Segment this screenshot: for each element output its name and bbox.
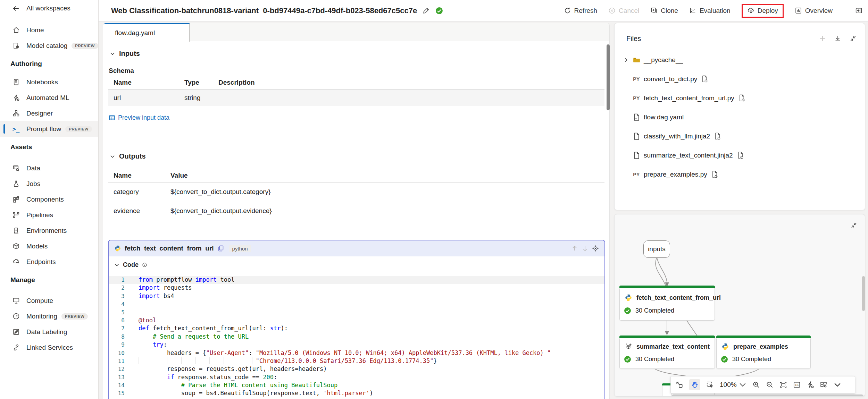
back-to-workspaces[interactable]: All workspaces (0, 0, 98, 17)
graph-node-summarize-text-content[interactable]: summarize_text_content 30 Completed (619, 338, 715, 369)
llm-icon (625, 343, 632, 350)
overview-button[interactable]: Overview (795, 7, 833, 15)
cell-name: category (114, 188, 139, 196)
chevron-right-icon[interactable] (621, 58, 631, 62)
outputs-row-category[interactable]: category ${convert_to_dict.output.catego… (108, 184, 604, 200)
graph-node-prepare-examples[interactable]: prepare_examples 30 Completed (716, 338, 811, 369)
file-sync-icon (737, 152, 744, 159)
file-row-flow-dag-yaml[interactable]: flow.dag.yaml (615, 108, 865, 127)
model-catalog-icon (12, 42, 20, 50)
python-file-icon: PY (631, 172, 642, 177)
inputs-section-header[interactable]: Inputs (110, 50, 140, 58)
sidebar-item-environments[interactable]: Environments (0, 223, 98, 238)
actual-size-icon[interactable]: 1:1 (793, 381, 801, 389)
collapse-panel-icon[interactable] (850, 35, 857, 42)
graph-node-inputs[interactable]: inputs (643, 240, 670, 258)
pan-tool-active[interactable] (689, 379, 700, 390)
select-tool-icon[interactable] (706, 381, 714, 389)
chevron-down-icon[interactable] (834, 381, 841, 389)
code-card-header[interactable]: fetch_text_content_from_url python (109, 240, 604, 256)
file-row-fetch-text-content[interactable]: PY fetch_text_content_from_url.py (615, 88, 865, 108)
sidebar-item-models[interactable]: Models (0, 238, 98, 254)
inputs-row-url[interactable]: url string (108, 90, 604, 106)
graph-vertical-scrollbar[interactable] (862, 276, 865, 311)
preview-link-label: Preview input data (118, 114, 169, 121)
hand-icon (691, 381, 699, 389)
preview-input-data-link[interactable]: Preview input data (109, 114, 169, 121)
sidebar-item-label: Home (26, 26, 44, 34)
sidebar-item-prompt-flow[interactable]: >_ Prompt flow PREVIEW (0, 121, 98, 137)
file-row-pycache[interactable]: __pycache__ (615, 50, 865, 69)
preview-badge: PREVIEW (61, 313, 88, 320)
sidebar-item-label: Monitoring (26, 313, 57, 320)
code-section-header[interactable]: Code (114, 261, 147, 269)
file-sync-icon (714, 133, 721, 140)
clone-button[interactable]: Clone (650, 7, 678, 15)
file-row-prepare-examples[interactable]: PY prepare_examples.py (615, 165, 865, 184)
move-up-icon[interactable] (571, 245, 578, 252)
outputs-section-header[interactable]: Outputs (110, 152, 146, 160)
download-icon[interactable] (834, 35, 841, 42)
sidebar-item-designer[interactable]: Designer (0, 105, 98, 121)
cell-name: url (114, 94, 121, 102)
file-name: fetch_text_content_from_url.py (644, 94, 734, 102)
main-vertical-scrollbar[interactable] (607, 44, 610, 110)
add-file-icon[interactable] (819, 35, 826, 42)
graph-horizontal-scrollbar[interactable] (672, 394, 863, 397)
run-settings-icon[interactable] (807, 381, 814, 389)
data-icon (12, 164, 20, 172)
file-name: classify_with_llm.jinja2 (644, 133, 710, 140)
deploy-button[interactable]: Deploy (747, 7, 778, 15)
graph-node-fetch-text-content[interactable]: fetch_text_content_from_url 30 Completed (619, 288, 715, 321)
sidebar-item-pipelines[interactable]: Pipelines (0, 207, 98, 223)
python-file-icon: PY (631, 76, 642, 82)
code-editor[interactable]: 1from promptflow import tool2import requ… (109, 276, 604, 398)
file-row-classify-with-llm[interactable]: classify_with_llm.jinja2 (615, 127, 865, 146)
code-node-card: fetch_text_content_from_url python Code … (108, 240, 605, 399)
refresh-icon (564, 7, 571, 14)
col-name: Name (114, 172, 132, 179)
file-row-convert-to-dict[interactable]: PY convert_to_dict.py (615, 69, 865, 88)
sidebar-item-data-labeling[interactable]: Data Labeling (0, 324, 98, 340)
outputs-row-evidence[interactable]: evidence ${convert_to_dict.output.eviden… (108, 203, 604, 219)
completed-check-icon (624, 307, 631, 314)
col-desc: Description (218, 79, 255, 86)
sidebar-item-automated-ml[interactable]: Automated ML (0, 90, 98, 105)
gauge-icon (12, 312, 20, 321)
sidebar-item-components[interactable]: Components (0, 192, 98, 207)
sidebar-item-compute[interactable]: Compute (0, 293, 98, 308)
evaluation-button[interactable]: Evaluation (689, 7, 731, 15)
sidebar-item-label: Data (26, 164, 40, 172)
cell-value: ${convert_to_dict.output.category} (170, 188, 270, 196)
move-down-icon[interactable] (582, 245, 589, 252)
sidebar-item-endpoints[interactable]: Endpoints (0, 254, 98, 270)
sidebar-item-monitoring[interactable]: Monitoring PREVIEW (0, 308, 98, 324)
locate-node-icon[interactable] (592, 245, 599, 252)
layout-settings-icon[interactable] (820, 381, 828, 389)
sidebar-item-model-catalog[interactable]: Model catalog PREVIEW (0, 38, 98, 53)
refresh-button[interactable]: Refresh (564, 7, 598, 15)
node-name: summarize_text_content (636, 343, 710, 350)
zoom-in-icon[interactable] (752, 381, 760, 389)
sidebar-item-notebooks[interactable]: Notebooks (0, 74, 98, 90)
designer-icon (12, 109, 20, 118)
zoom-out-icon[interactable] (766, 381, 774, 389)
copy-icon[interactable] (217, 245, 224, 252)
sidebar-item-jobs[interactable]: Jobs (0, 176, 98, 192)
sidebar-item-data[interactable]: Data (0, 160, 98, 176)
file-row-summarize-text-content[interactable]: summarize_text_content.jinja2 (615, 146, 865, 165)
fit-view-icon[interactable] (676, 381, 683, 389)
sidebar-item-linked-services[interactable]: Linked Services (0, 340, 98, 355)
zoom-level-dropdown[interactable]: 100% (720, 381, 746, 389)
cancel-button[interactable]: Cancel (608, 7, 639, 15)
schema-label: Schema (109, 67, 134, 75)
open-panel-button[interactable] (855, 7, 862, 14)
edit-title-icon[interactable] (423, 7, 430, 14)
fit-screen-icon[interactable] (779, 381, 787, 389)
table-icon (109, 114, 115, 121)
info-icon (142, 262, 147, 268)
completed-check-icon (624, 356, 631, 363)
tab-flow-dag-yaml[interactable]: flow.dag.yaml (103, 23, 190, 42)
sidebar-item-home[interactable]: Home (0, 22, 98, 38)
overview-label: Overview (805, 7, 833, 15)
